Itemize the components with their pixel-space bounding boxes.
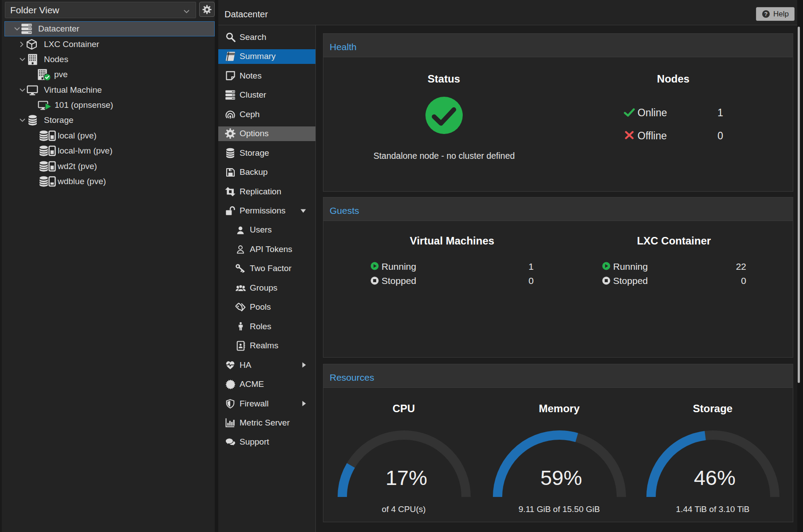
svg-text:?: ? (764, 11, 768, 17)
